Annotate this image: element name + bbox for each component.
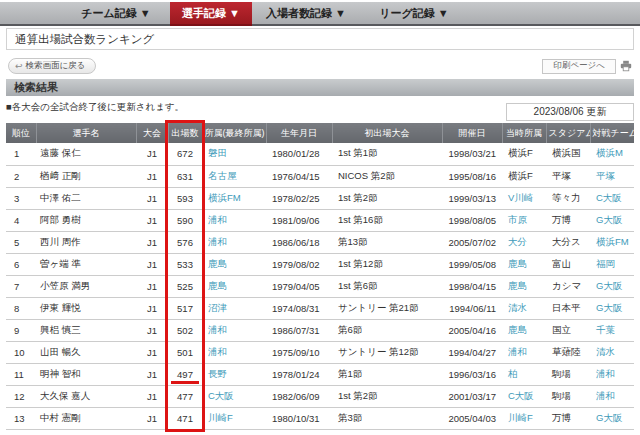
table-row: 8 伊東 輝悦 J1 517 沼津 1974/08/31 サントリー 第21節 … xyxy=(6,297,634,319)
cell-then-club[interactable]: 柏 xyxy=(502,363,546,385)
cell-club-link[interactable]: 浦和 xyxy=(202,319,266,341)
print-area: 印刷ページへ xyxy=(542,59,632,74)
cell-birthdate: 1986/06/18 xyxy=(266,231,332,253)
cell-opponent-link[interactable]: 福岡 xyxy=(590,253,634,275)
cell-appearances: 497 xyxy=(168,363,202,385)
cell-player-name: 曽ヶ端 準 xyxy=(36,253,136,275)
cell-player-name: 小笠原 満男 xyxy=(36,275,136,297)
nav-tab-attendance-records[interactable]: 入場者数記録 ▼ xyxy=(252,2,360,24)
cell-competition: J1 xyxy=(136,165,168,187)
col-player-name: 選手名 xyxy=(36,123,136,143)
cell-opponent-link[interactable]: 横浜M xyxy=(590,143,634,165)
cell-opponent-link[interactable]: 清水 xyxy=(590,341,634,363)
cell-appearances: 672 xyxy=(168,143,202,165)
cell-birthdate: 1976/04/15 xyxy=(266,165,332,187)
cell-stadium: 横浜国 xyxy=(546,143,590,165)
page-title: 通算出場試合数ランキング xyxy=(6,28,634,50)
cell-stadium: 万博 xyxy=(546,209,590,231)
cell-debut-date: 1999/03/13 xyxy=(442,187,502,209)
nav-tab-league-records[interactable]: リーグ記録 ▼ xyxy=(360,2,468,24)
cell-rank: 11 xyxy=(6,363,36,385)
cell-opponent-link[interactable]: 横浜FM xyxy=(590,231,634,253)
cell-rank: 10 xyxy=(6,341,36,363)
cell-birthdate: 1975/09/10 xyxy=(266,341,332,363)
table-header-row: 順位 選手名 大会 出場数 所属(最終所属) 生年月日 初出場大会 開催日 当時… xyxy=(6,123,634,143)
cell-club-link[interactable]: 鹿島 xyxy=(202,275,266,297)
cell-birthdate: 1981/09/06 xyxy=(266,209,332,231)
cell-debut-date: 1994/06/11 xyxy=(442,297,502,319)
cell-club-link[interactable]: 横浜FM xyxy=(202,187,266,209)
page: チーム記録 ▼ 選手記録 ▼ 入場者数記録 ▼ リーグ記録 ▼ 通算出場試合数ラ… xyxy=(0,0,640,430)
cell-then-club[interactable]: C大阪 xyxy=(502,385,546,407)
cell-debut-date: 1998/03/21 xyxy=(442,143,502,165)
cell-birthdate: 1979/08/02 xyxy=(266,253,332,275)
cell-club-link[interactable]: 長野 xyxy=(202,363,266,385)
cell-appearances: 525 xyxy=(168,275,202,297)
cell-appearances: 590 xyxy=(168,209,202,231)
col-rank: 順位 xyxy=(6,123,36,143)
cell-opponent-link[interactable]: G大阪 xyxy=(590,297,634,319)
table-row: 13 中村 憲剛 J1 471 川崎F 1980/10/31 第3節 2005/… xyxy=(6,407,634,429)
col-stadium: スタジアム xyxy=(546,123,590,143)
cell-player-name: 遠藤 保仁 xyxy=(36,143,136,165)
cell-opponent-link[interactable]: G大阪 xyxy=(590,407,634,429)
cell-competition: J1 xyxy=(136,187,168,209)
cell-then-club[interactable]: 川崎F xyxy=(502,407,546,429)
nav-tab-team-records[interactable]: チーム記録 ▼ xyxy=(62,2,170,24)
cell-club-link[interactable]: 浦和 xyxy=(202,341,266,363)
cell-then-club[interactable]: V川崎 xyxy=(502,187,546,209)
cell-then-club[interactable]: 浦和 xyxy=(502,341,546,363)
cell-debut-date: 2005/07/02 xyxy=(442,231,502,253)
cell-club-link[interactable]: 浦和 xyxy=(202,231,266,253)
cell-debut-date: 1994/04/27 xyxy=(442,341,502,363)
cell-competition: J1 xyxy=(136,253,168,275)
cell-opponent-link[interactable]: 千葉 xyxy=(590,319,634,341)
cell-then-club[interactable]: 鹿島 xyxy=(502,253,546,275)
cell-opponent-link[interactable]: 平塚 xyxy=(590,165,634,187)
table-row: 9 興梠 慎三 J1 502 浦和 1986/07/31 第6節 2005/04… xyxy=(6,319,634,341)
cell-then-club: 横浜F xyxy=(502,165,546,187)
cell-rank: 8 xyxy=(6,297,36,319)
cell-player-name: 中村 憲剛 xyxy=(36,407,136,429)
cell-opponent-link[interactable]: 浦和 xyxy=(590,363,634,385)
cell-debut-match: サントリー 第21節 xyxy=(332,297,442,319)
nav-tab-player-records[interactable]: 選手記録 ▼ xyxy=(170,2,252,24)
col-appearances: 出場数 xyxy=(168,123,202,143)
cell-stadium: 国立 xyxy=(546,319,590,341)
cell-then-club[interactable]: 清水 xyxy=(502,297,546,319)
cell-stadium: 駒場 xyxy=(546,385,590,407)
cell-stadium: 大分ス xyxy=(546,231,590,253)
cell-club-link[interactable]: C大阪 xyxy=(202,385,266,407)
printer-icon[interactable] xyxy=(620,60,632,72)
col-debut-date: 開催日 xyxy=(442,123,502,143)
cell-club-link[interactable]: 川崎F xyxy=(202,407,266,429)
cell-debut-match: 第13節 xyxy=(332,231,442,253)
cell-opponent-link[interactable]: C大阪 xyxy=(590,187,634,209)
cell-then-club[interactable]: 鹿島 xyxy=(502,319,546,341)
cell-then-club[interactable]: 大分 xyxy=(502,231,546,253)
cell-competition: J1 xyxy=(136,341,168,363)
cell-appearances: 576 xyxy=(168,231,202,253)
cell-rank: 6 xyxy=(6,253,36,275)
cell-debut-match: 第1節 xyxy=(332,363,442,385)
toolbar: ↩ 検索画面に戻る 印刷ページへ xyxy=(8,58,632,74)
cell-rank: 9 xyxy=(6,319,36,341)
cell-debut-date: 2001/03/17 xyxy=(442,385,502,407)
cell-club-link[interactable]: 鹿島 xyxy=(202,253,266,275)
cell-club-link[interactable]: 名古屋 xyxy=(202,165,266,187)
back-to-search-button[interactable]: ↩ 検索画面に戻る xyxy=(8,58,96,74)
cell-opponent-link[interactable]: G大阪 xyxy=(590,275,634,297)
cell-opponent-link[interactable]: G大阪 xyxy=(590,209,634,231)
cell-opponent-link[interactable]: 浦和 xyxy=(590,385,634,407)
cell-birthdate: 1978/02/25 xyxy=(266,187,332,209)
cell-stadium: 富山 xyxy=(546,253,590,275)
cell-player-name: 大久保 嘉人 xyxy=(36,385,136,407)
cell-club-link[interactable]: 磐田 xyxy=(202,143,266,165)
cell-player-name: 中澤 佑二 xyxy=(36,187,136,209)
cell-club-link[interactable]: 浦和 xyxy=(202,209,266,231)
cell-then-club[interactable]: 鹿島 xyxy=(502,275,546,297)
cell-then-club[interactable]: 市原 xyxy=(502,209,546,231)
cell-club-link[interactable]: 沼津 xyxy=(202,297,266,319)
table-row: 12 大久保 嘉人 J1 477 C大阪 1982/06/09 1st 第2節 … xyxy=(6,385,634,407)
print-page-button[interactable]: 印刷ページへ xyxy=(542,59,616,74)
